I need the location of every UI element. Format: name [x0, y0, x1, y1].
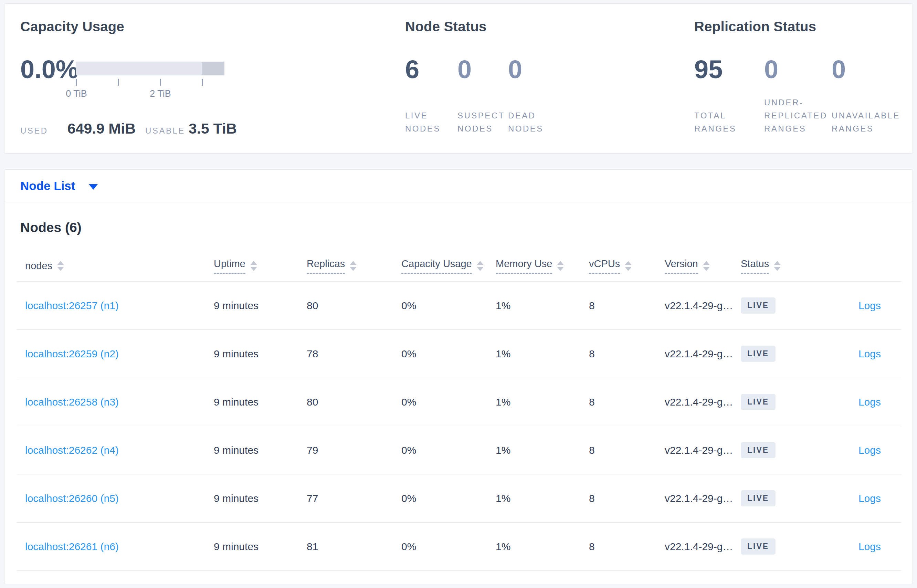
replicas-cell: 81: [307, 541, 401, 552]
version-cell: v22.1.4-29-g…: [665, 396, 741, 408]
usable-label: USABLE: [145, 126, 185, 136]
replicas-cell: 77: [307, 493, 401, 504]
logs-cell: Logs: [814, 396, 901, 408]
uptime-cell: 9 minutes: [214, 348, 307, 360]
under-replicated-ranges-stat: 0 UNDER- REPLICATED RANGES: [764, 55, 778, 153]
logs-cell: Logs: [814, 444, 901, 456]
logs-link[interactable]: Logs: [859, 541, 881, 552]
vcpus-cell: 8: [589, 493, 665, 504]
memory-use-cell: 1%: [496, 348, 589, 360]
uptime-cell: 9 minutes: [214, 444, 307, 456]
sort-icon[interactable]: [57, 261, 64, 271]
node-list-dropdown[interactable]: Node List: [20, 179, 75, 193]
used-value: 649.9 MiB: [68, 120, 136, 137]
status-badge: LIVE: [741, 346, 775, 362]
capacity-bar-usable-segment: [76, 61, 202, 75]
column-label-capacity: Capacity Usage: [401, 258, 472, 274]
logs-link[interactable]: Logs: [859, 396, 881, 408]
column-label-nodes: nodes: [25, 260, 52, 271]
column-header-memory[interactable]: Memory Use: [496, 258, 589, 274]
node-address-link[interactable]: localhost:26262 (n4): [25, 444, 119, 456]
version-cell: v22.1.4-29-g…: [665, 348, 741, 360]
node-address-link[interactable]: localhost:26257 (n1): [25, 300, 119, 311]
status-cell: LIVE: [741, 346, 814, 362]
vcpus-cell: 8: [589, 444, 665, 456]
logs-link[interactable]: Logs: [859, 493, 881, 504]
sort-icon[interactable]: [477, 261, 484, 271]
axis-tick-label: 2 TiB: [140, 89, 181, 99]
total-ranges-stat: 95 TOTAL RANGES: [694, 55, 723, 153]
column-label-replicas: Replicas: [307, 258, 345, 274]
replicas-cell: 80: [307, 396, 401, 408]
column-label-uptime: Uptime: [214, 258, 245, 274]
column-header-capacity[interactable]: Capacity Usage: [401, 258, 496, 274]
under-replicated-ranges-value: 0: [764, 55, 778, 84]
memory-use-cell: 1%: [496, 444, 589, 456]
column-header-uptime[interactable]: Uptime: [214, 258, 307, 274]
logs-cell: Logs: [814, 541, 901, 552]
uptime-cell: 9 minutes: [214, 493, 307, 504]
logs-link[interactable]: Logs: [859, 348, 881, 359]
dead-nodes-value: 0: [508, 55, 522, 84]
column-label-vcpus: vCPUs: [589, 258, 620, 274]
replicas-cell: 80: [307, 300, 401, 312]
capacity-usage-cell: 0%: [401, 300, 496, 312]
column-header-vcpus[interactable]: vCPUs: [589, 258, 665, 274]
node-status-title: Node Status: [405, 19, 487, 34]
column-header-nodes[interactable]: nodes: [17, 260, 214, 271]
column-label-status: Status: [741, 258, 769, 274]
view-selector-row: Node List: [5, 170, 912, 202]
axis-tick: [160, 79, 161, 86]
sort-icon[interactable]: [625, 261, 632, 271]
replicas-cell: 78: [307, 348, 401, 360]
capacity-usage-bar: 0 TiB 2 TiB: [76, 61, 224, 75]
vcpus-cell: 8: [589, 300, 665, 312]
node-address-link[interactable]: localhost:26260 (n5): [25, 493, 119, 504]
memory-use-cell: 1%: [496, 493, 589, 504]
sort-icon[interactable]: [350, 261, 357, 271]
node-address-cell: localhost:26258 (n3): [17, 396, 214, 408]
version-text: v22.1.4-29-g…: [665, 541, 733, 552]
node-address-link[interactable]: localhost:26259 (n2): [25, 348, 119, 359]
status-badge: LIVE: [741, 490, 775, 506]
table-row: localhost:26257 (n1)9 minutes800%1%8v22.…: [17, 282, 901, 330]
node-list-panel: Node List Nodes (6) nodesUptimeReplicasC…: [4, 170, 913, 584]
capacity-percent-value: 0.0%: [20, 55, 79, 84]
axis-tick: [76, 79, 77, 86]
replicas-cell: 79: [307, 444, 401, 456]
uptime-cell: 9 minutes: [214, 396, 307, 408]
logs-link[interactable]: Logs: [859, 300, 881, 311]
column-header-status[interactable]: Status: [741, 258, 814, 274]
status-badge: LIVE: [741, 297, 775, 313]
status-badge: LIVE: [741, 538, 775, 555]
node-address-cell: localhost:26261 (n6): [17, 541, 214, 552]
version-text: v22.1.4-29-g…: [665, 444, 733, 456]
capacity-usage-cell: 0%: [401, 396, 496, 408]
used-label: USED: [20, 126, 48, 136]
chevron-down-icon[interactable]: [89, 184, 98, 190]
version-text: v22.1.4-29-g…: [665, 348, 733, 359]
suspect-nodes-value: 0: [457, 55, 471, 84]
node-address-link[interactable]: localhost:26261 (n6): [25, 541, 119, 552]
node-address-link[interactable]: localhost:26258 (n3): [25, 396, 119, 408]
node-address-cell: localhost:26262 (n4): [17, 444, 214, 456]
logs-link[interactable]: Logs: [859, 444, 881, 456]
sort-icon[interactable]: [557, 261, 564, 271]
column-header-replicas[interactable]: Replicas: [307, 258, 401, 274]
logs-cell: Logs: [814, 348, 901, 360]
status-cell: LIVE: [741, 442, 814, 458]
node-address-cell: localhost:26260 (n5): [17, 493, 214, 504]
sort-icon[interactable]: [703, 261, 710, 271]
sort-icon[interactable]: [774, 261, 781, 271]
status-cell: LIVE: [741, 297, 814, 313]
sort-icon[interactable]: [250, 261, 257, 271]
suspect-nodes-stat: 0 SUSPECT NODES: [457, 55, 471, 153]
column-header-version[interactable]: Version: [665, 258, 741, 274]
status-badge: LIVE: [741, 394, 775, 410]
nodes-heading: Nodes (6): [20, 218, 82, 237]
version-cell: v22.1.4-29-g…: [665, 300, 741, 312]
status-cell: LIVE: [741, 490, 814, 506]
nodes-table: nodesUptimeReplicasCapacity UsageMemory …: [17, 250, 901, 571]
vcpus-cell: 8: [589, 348, 665, 360]
logs-cell: Logs: [814, 493, 901, 504]
